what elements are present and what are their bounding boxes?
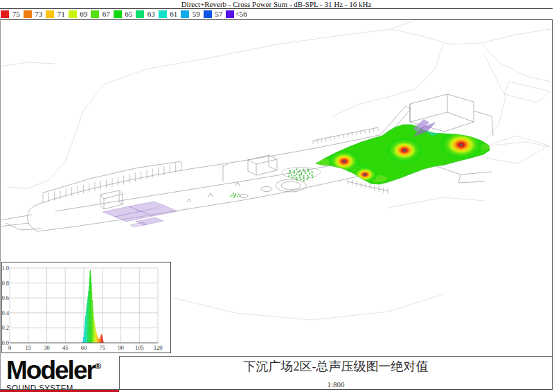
svg-text:0.4: 0.4: [2, 310, 10, 317]
logo-wordmark: Modeler: [6, 356, 95, 384]
legend-swatch: [204, 10, 212, 18]
svg-text:60: 60: [81, 344, 87, 351]
page-title: Direct+Reverb - Cross Power Sum - dB-SPL…: [0, 0, 553, 8]
legend-value: 73: [32, 10, 46, 19]
legend-swatch: [136, 10, 144, 18]
svg-text:45: 45: [62, 344, 69, 351]
svg-text:0.0: 0.0: [2, 339, 9, 346]
footer-divider: [119, 356, 120, 389]
legend-item: 73: [24, 9, 46, 19]
legend-swatch: [181, 10, 189, 18]
legend-value: 59: [189, 10, 204, 19]
svg-text:90: 90: [118, 344, 124, 351]
legend-swatch: [69, 10, 77, 18]
caption-rule: [119, 356, 553, 357]
legend-item: 75: [1, 9, 24, 19]
legend-item: 57: [204, 9, 226, 19]
frame-right: [552, 19, 553, 390]
legend-item: 59: [181, 9, 204, 19]
svg-text:15: 15: [26, 344, 32, 351]
plot-caption: 下沉广场2区-总声压级图一绝对值: [119, 358, 553, 375]
legend-value: 69: [77, 10, 91, 19]
legend-swatch: [159, 10, 167, 18]
modeler-logo: Modeler® SOUND SYSTEM SOFTWARE: [6, 353, 117, 392]
legend-item: 71: [46, 9, 69, 19]
svg-text:30: 30: [44, 344, 50, 351]
legend-swatch: [91, 10, 99, 18]
legend-value: 61: [167, 10, 181, 19]
spl-legend: 75737169676563615957<56: [1, 9, 249, 19]
legend-item: 61: [159, 9, 181, 19]
legend-value: 63: [144, 10, 159, 19]
legend-value: 75: [9, 10, 24, 19]
legend-value: 71: [54, 10, 69, 19]
frame-left: [0, 19, 1, 390]
svg-text:0.2: 0.2: [2, 324, 9, 331]
legend-value: <56: [234, 10, 249, 19]
frame-top: [0, 19, 553, 20]
spl-histogram-panel: 01530456075901051200.00.20.40.60.81.0: [1, 262, 171, 353]
legend-value: 67: [99, 10, 114, 19]
caption-cell: 下沉广场2区-总声压级图一绝对值 1:800: [119, 356, 553, 389]
legend-swatch: [24, 10, 32, 18]
footer: Modeler® SOUND SYSTEM SOFTWARE 下沉广场2区-总声…: [0, 355, 554, 392]
header: Direct+Reverb - Cross Power Sum - dB-SPL…: [0, 0, 554, 19]
spl-heatmap: [314, 125, 490, 184]
legend-swatch: [46, 10, 54, 18]
svg-text:105: 105: [135, 344, 144, 351]
svg-text:75: 75: [100, 344, 106, 351]
legend-item: <56: [226, 9, 249, 19]
svg-text:0.8: 0.8: [2, 280, 9, 287]
legend-value: 65: [122, 10, 136, 19]
svg-text:0.6: 0.6: [2, 294, 9, 301]
svg-text:1.0: 1.0: [2, 265, 9, 271]
spl-histogram-chart: 01530456075901051200.00.20.40.60.81.0: [2, 262, 170, 353]
legend-value: 57: [212, 10, 226, 19]
scale-label: 1:800: [119, 380, 553, 389]
purple-terrace-patches: [102, 202, 177, 227]
svg-text:120: 120: [154, 344, 163, 351]
tree-dots: [230, 168, 314, 198]
legend-item: 65: [114, 9, 136, 19]
legend-swatch: [226, 10, 234, 18]
legend-item: 63: [136, 9, 159, 19]
legend-item: 69: [69, 9, 91, 19]
legend-swatch: [1, 10, 9, 18]
legend-swatch: [114, 10, 122, 18]
modeler-plot-page: Direct+Reverb - Cross Power Sum - dB-SPL…: [0, 0, 554, 392]
legend-item: 67: [91, 9, 114, 19]
registered-mark: ®: [95, 361, 102, 371]
